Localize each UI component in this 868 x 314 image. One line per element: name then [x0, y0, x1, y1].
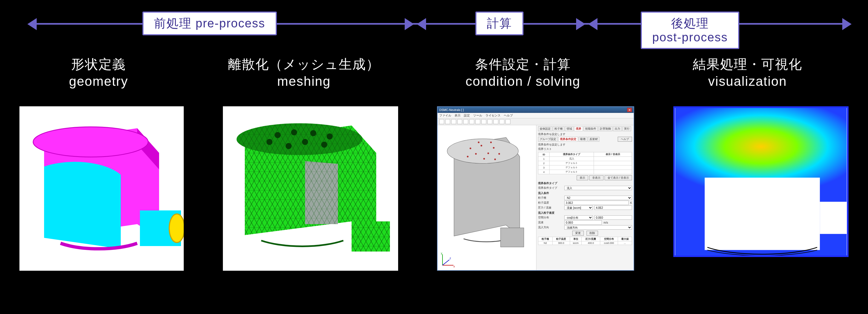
arrow-left-icon — [588, 18, 597, 30]
window-titlebar[interactable]: DSMC-Neutrals [ ] × — [438, 107, 633, 113]
phase-label-en: pre-process — [195, 17, 265, 30]
temp-unit: K — [630, 201, 632, 204]
toolbar-button[interactable] — [439, 119, 444, 124]
mesh-3d-icon — [223, 106, 398, 271]
summary-table: 粒子種 粒子温度 単位 圧力/流量 空間分布 最大値 N2 300.0 sccm… — [538, 237, 632, 245]
dist-mode-select[interactable]: cosβ分布 — [564, 216, 593, 220]
svg-point-27 — [478, 141, 479, 143]
stage-line2: visualization — [708, 74, 787, 88]
svg-point-26 — [494, 159, 496, 160]
svg-text:z: z — [450, 257, 451, 260]
menu-item[interactable]: ライセンス — [486, 113, 500, 118]
svg-point-13 — [302, 139, 308, 145]
section-caption: 境界条件を設定します — [538, 143, 632, 147]
tab-output[interactable]: 出力 — [613, 126, 622, 131]
pressure-mode-select[interactable]: 流量 [sccm] — [564, 205, 593, 210]
delete-button[interactable]: 削除 — [587, 231, 598, 236]
svg-point-20 — [493, 147, 495, 148]
svg-point-10 — [310, 130, 316, 136]
dist-b-input[interactable] — [564, 220, 602, 225]
svg-line-31 — [442, 260, 450, 265]
phase-label: 後処理 — [671, 17, 709, 30]
svg-rect-5 — [351, 221, 390, 252]
toolbar-button[interactable] — [499, 119, 504, 124]
menu-item[interactable]: ヘルプ — [504, 113, 513, 118]
arrow-right-icon — [405, 18, 414, 30]
viewport-3d[interactable]: y x z — [438, 125, 536, 270]
table-row[interactable]: 4 デフォルト — [538, 170, 632, 174]
group-bctype: 境界条件タイプ — [538, 181, 632, 185]
window-title-text: DSMC-Neutrals [ ] — [439, 108, 464, 112]
menu-item[interactable]: ツール — [473, 113, 482, 118]
table-row[interactable]: 3 デフォルト — [538, 166, 632, 170]
contour-plot-icon — [675, 108, 847, 255]
showall-button[interactable]: 全て表示 / 非表示 — [604, 175, 632, 180]
window-toolbar[interactable] — [438, 118, 633, 125]
svg-point-19 — [480, 145, 482, 146]
col-vis: 表示 / 非表示 — [594, 152, 632, 157]
arrow-left-icon — [417, 18, 426, 30]
menu-item[interactable]: 表示 — [455, 113, 461, 118]
toolbar-button[interactable] — [505, 119, 510, 124]
species-select[interactable]: N2 — [564, 196, 632, 200]
help-button[interactable]: ヘルプ — [618, 137, 632, 142]
toolbar-button[interactable] — [463, 119, 468, 124]
subtab-group[interactable]: グループ設定 — [538, 137, 558, 142]
svg-point-7 — [237, 123, 363, 155]
tab-species[interactable]: 粒子種 — [553, 126, 564, 131]
table-row[interactable]: 2 デフォルト — [538, 161, 632, 166]
stage-geometry: 形状定義 geometry — [0, 56, 197, 90]
phase-preprocess: 前処理 pre-process — [143, 11, 277, 35]
tab-global[interactable]: 全体設定 — [538, 126, 552, 131]
tab-control[interactable]: 計算制御 — [598, 126, 613, 131]
svg-point-28 — [490, 141, 492, 143]
svg-point-25 — [483, 158, 485, 160]
toolbar-button[interactable] — [475, 119, 480, 124]
close-icon[interactable]: × — [627, 108, 632, 112]
dist-a-input[interactable] — [594, 216, 632, 220]
toolbar-button[interactable] — [493, 119, 498, 124]
window-menubar[interactable]: ファイル 表示 設定 ツール ライセンス ヘルプ — [438, 113, 633, 118]
tab-run[interactable]: 実行 — [622, 126, 631, 131]
table-row[interactable]: 1 流入 — [538, 157, 632, 161]
tab-region[interactable]: 領域 — [565, 126, 574, 131]
menu-item[interactable]: ファイル — [439, 113, 451, 118]
svg-point-11 — [327, 134, 333, 140]
pressure-input[interactable] — [594, 205, 632, 210]
stage-labels-row: 形状定義 geometry 離散化（メッシュ生成） meshing 条件設定・計… — [0, 56, 868, 90]
temp-input[interactable] — [564, 201, 628, 205]
toolbar-button[interactable] — [487, 119, 492, 124]
toolbar-button[interactable] — [482, 119, 486, 124]
subtab-adsorb[interactable]: 吸着 — [579, 137, 587, 142]
svg-point-8 — [275, 132, 281, 138]
boundary-list-table[interactable]: ID 境界条件タイプ 表示 / 非表示 1 流入 2 デフォルト — [538, 152, 632, 174]
stage-meshing: 離散化（メッシュ生成） meshing — [197, 56, 411, 90]
svg-rect-37 — [705, 177, 820, 250]
dir-select[interactable]: 法線方向 — [564, 225, 632, 230]
toolbar-button[interactable] — [457, 119, 462, 124]
figure-geometry — [20, 106, 184, 271]
svg-point-16 — [447, 139, 518, 163]
tab-boundary[interactable]: 境界 — [574, 126, 583, 131]
subtab-reflect[interactable]: 反射材 — [588, 137, 599, 142]
dist-label: 空間分布 — [538, 216, 563, 220]
menu-item[interactable]: 設定 — [464, 113, 470, 118]
vel-label: 流速 — [538, 221, 563, 224]
toolbar-button[interactable] — [451, 119, 456, 124]
svg-rect-38 — [820, 202, 847, 234]
toolbar-button[interactable] — [469, 119, 474, 124]
dir-label: 流入方向 — [538, 226, 563, 229]
subtab-bcset[interactable]: 境界条件設定 — [558, 137, 578, 142]
hide-button[interactable]: 非表示 — [589, 175, 603, 180]
toolbar-button[interactable] — [445, 119, 450, 124]
apply-button[interactable]: 変更 — [572, 231, 584, 236]
tab-initial[interactable]: 初期条件 — [584, 126, 598, 131]
svg-point-24 — [467, 155, 468, 157]
species-label: 粒子種 — [538, 196, 563, 200]
vel-unit: m/s — [603, 221, 608, 224]
bctype-select[interactable]: 流入 — [564, 186, 632, 190]
show-button[interactable]: 表示 — [577, 175, 588, 180]
arrow-left-icon — [27, 18, 37, 30]
svg-text:y: y — [441, 252, 442, 255]
svg-point-15 — [286, 143, 291, 149]
